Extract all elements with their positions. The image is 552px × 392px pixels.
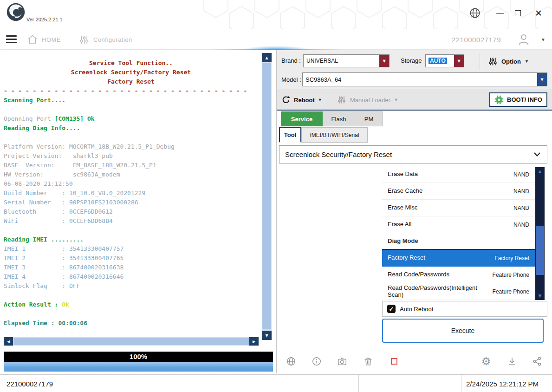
control-panel: Brand : UNIVERSAL ▼ Storage AUTO ▼ Optio… (276, 50, 552, 373)
log-line: IMEI 3 : 867400020316638 (4, 263, 258, 272)
app-version: Ver 2025.2.21.1 (26, 17, 63, 22)
scroll-up-arrow[interactable]: ▲ (262, 53, 272, 62)
language-button[interactable] (285, 355, 297, 367)
subtab-imei-bt-wifi-serial[interactable]: IMEI/BT/WIFI/Serial (301, 127, 368, 143)
list-item-name: Erase Data (382, 171, 513, 178)
info-button[interactable] (311, 355, 323, 367)
stop-square-icon (390, 357, 398, 366)
scroll-thumb[interactable] (536, 226, 544, 275)
screenshot-button[interactable] (336, 355, 348, 367)
log-line: Serial Number : 90PSP10FS2103000286 (4, 198, 258, 207)
selection-strip: Brand : UNIVERSAL ▼ Storage AUTO ▼ Optio… (277, 50, 552, 89)
log-line: IMEI 1 : 354133300407757 (4, 244, 258, 254)
log-line: Build Number : 10_10.0_V8.0_20201229 (4, 189, 258, 198)
list-item[interactable]: Factory ResetFactory Reset (382, 250, 535, 267)
scroll-right-arrow[interactable]: ▶ (249, 337, 259, 346)
storage-dropdown-arrow-icon[interactable]: ▼ (454, 55, 464, 67)
storage-select[interactable]: AUTO ▼ (425, 54, 464, 67)
log-line (4, 291, 258, 300)
list-item-tag: NAND (513, 171, 535, 178)
log-line: Reading IMEI ......... (4, 235, 258, 244)
tab-pm[interactable]: PM (355, 111, 383, 126)
app-window: Ver 2025.2.21.1 — ✕ HOME Configuration 2… (0, 0, 552, 392)
statusbar-device-id: 221000027179 (6, 375, 53, 392)
account-dropdown-chevron-icon[interactable]: ▼ (541, 37, 546, 42)
maximize-button[interactable] (511, 6, 525, 20)
function-list: Erase DataNANDErase CacheNANDErase MiscN… (382, 166, 535, 300)
settings-button[interactable]: ⚙ (480, 355, 492, 367)
log-horizontal-scrollbar[interactable]: ◀ ▶ (4, 337, 259, 346)
scroll-down-arrow[interactable]: ▼ (535, 292, 545, 300)
list-item-name: Erase Cache (382, 188, 513, 195)
bottom-icon-toolbar: ⚙ (277, 350, 552, 372)
log-line (4, 133, 258, 142)
statusbar-datetime: 2/24/2025 12:21:12 PM (466, 375, 539, 392)
info-icon (312, 356, 322, 366)
list-item[interactable]: Erase MiscNAND (382, 200, 535, 216)
boot-info-button[interactable]: BOOT/ INFO (489, 92, 547, 107)
list-item[interactable]: Erase DataNAND (382, 166, 535, 183)
manual-loader-button[interactable]: Manual Loader ▼ (337, 93, 398, 107)
stop-button[interactable] (388, 355, 400, 367)
list-item-tag: Factory Reset (494, 255, 535, 261)
list-item[interactable]: Diag Mode (382, 233, 535, 250)
brand-select[interactable]: UNIVERSAL ▼ (303, 54, 390, 67)
auto-reboot-checkbox[interactable]: ✓ (387, 305, 396, 313)
manual-loader-label: Manual Loader (350, 97, 390, 104)
log-line: IMEI 2 : 354133300407765 (4, 254, 258, 263)
scroll-thumb[interactable] (262, 63, 271, 329)
share-button[interactable] (531, 355, 543, 367)
function-select[interactable]: Screenlock Security/Factory Reset (279, 145, 547, 163)
log-line: Platform Version: MOCORTM_18B_W20.21.5_P… (4, 142, 258, 151)
log-line: Bluetooth : 0CCEF6DD0612 (4, 207, 258, 216)
log-line: Simlock Flag : OFF (4, 281, 258, 291)
list-item[interactable]: Read Code/PasswordsFeature Phone (382, 267, 535, 283)
tab-service[interactable]: Service (281, 111, 323, 126)
account-button[interactable] (517, 33, 531, 48)
list-item[interactable]: Read Code/Passwords(Intelligent Scan)Fea… (382, 283, 535, 300)
boot-info-label: BOOT/ INFO (507, 96, 542, 103)
menu-button[interactable] (6, 35, 17, 44)
nav-configuration[interactable]: Configuration (79, 29, 132, 50)
scroll-thumb[interactable] (13, 338, 249, 345)
log-line: 06-08-2020 21:12:50 (4, 179, 258, 189)
log-line: - - - - - - - - - - - - - - - - - - - - … (4, 86, 258, 96)
subtab-tool[interactable]: Tool (279, 127, 301, 143)
tab-flash[interactable]: Flash (323, 111, 355, 126)
brand-dropdown-arrow-icon[interactable]: ▼ (379, 55, 389, 67)
clear-log-button[interactable] (362, 355, 374, 367)
list-item-tag: Feature Phone (493, 272, 535, 278)
titlebar: Ver 2025.2.21.1 — ✕ (0, 0, 552, 29)
list-scrollbar[interactable]: ▲ ▼ (535, 167, 545, 300)
navbar: HOME Configuration 221000027179 ▼ (0, 29, 552, 50)
option-button[interactable]: Option ▼ (485, 53, 548, 70)
log-line (4, 226, 258, 235)
nav-home[interactable]: HOME (27, 29, 61, 50)
log-vertical-scrollbar[interactable]: ▲ ▼ (262, 53, 272, 340)
maximize-icon (515, 10, 521, 16)
model-dropdown-arrow-icon[interactable]: ▼ (537, 73, 547, 86)
scroll-up-arrow[interactable]: ▲ (535, 167, 545, 176)
log-line: Factory Reset (4, 77, 258, 86)
scroll-left-arrow[interactable]: ◀ (4, 337, 13, 346)
close-button[interactable]: ✕ (532, 6, 546, 20)
log-line: Service Tool Function.. (4, 59, 258, 68)
camera-icon (337, 356, 347, 366)
scroll-down-arrow[interactable]: ▼ (262, 331, 272, 340)
main-tabs: Service Flash PM (281, 111, 383, 126)
list-item-name: Read Code/Passwords (382, 271, 493, 278)
list-item-tag: Feature Phone (493, 288, 535, 295)
list-item-name: Read Code/Passwords(Intelligent Scan) (382, 285, 493, 299)
language-globe-button[interactable] (468, 6, 482, 20)
list-item-tag: NAND (513, 222, 535, 228)
reboot-button[interactable]: Reboot ▼ (281, 93, 322, 107)
auto-reboot-option[interactable]: ✓ Auto Reboot (382, 301, 547, 317)
minimize-button[interactable]: — (493, 6, 507, 20)
list-item[interactable]: Erase CacheNAND (382, 183, 535, 200)
home-icon (27, 34, 38, 45)
option-sliders-icon (488, 57, 498, 66)
list-item[interactable]: Erase AllNAND (382, 216, 535, 233)
execute-button[interactable]: Execute (382, 319, 544, 343)
download-button[interactable] (506, 355, 518, 367)
model-select[interactable]: SC9863A_64 ▼ (302, 72, 547, 86)
